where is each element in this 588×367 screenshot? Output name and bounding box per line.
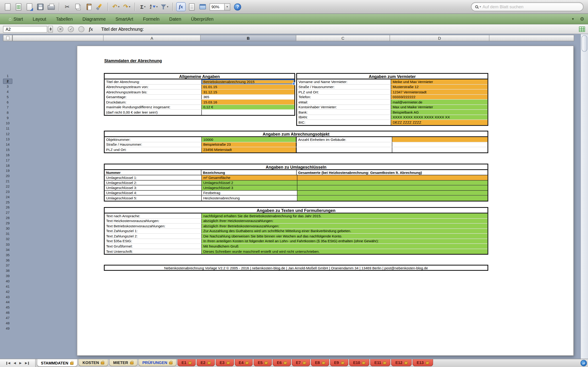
row-header-47[interactable]: 47 <box>3 315 12 321</box>
paste-icon[interactable] <box>84 2 93 12</box>
sheet-tab-e4[interactable]: E4 <box>234 359 253 366</box>
cell[interactable]: Max und Maike Vermieter <box>391 105 488 109</box>
cell[interactable] <box>297 195 488 200</box>
cut-icon[interactable]: ✂ <box>63 2 72 12</box>
cell[interactable] <box>297 185 488 190</box>
formula-content[interactable]: Titel der Abrechnung: <box>101 26 577 32</box>
format-painter-icon[interactable] <box>95 2 104 12</box>
row-header-2[interactable]: 2 <box>3 79 12 84</box>
search-input[interactable] <box>482 5 579 9</box>
row-header-31[interactable]: 31 <box>3 231 12 236</box>
cell[interactable]: Beispielbank AG <box>391 110 488 114</box>
row-header-5[interactable]: 5 <box>3 94 12 100</box>
ribbon-tab-tabellen[interactable]: Tabellen <box>51 14 78 24</box>
row-header-49[interactable]: 49 <box>3 326 12 331</box>
cell[interactable]: BIC: <box>297 120 391 125</box>
sheet-tab-e9[interactable]: E9 <box>330 359 348 366</box>
cell[interactable]: Objektnummer: <box>105 137 202 142</box>
search-scope-dropdown-icon[interactable]: ▾ <box>480 5 481 8</box>
cell[interactable]: Beispielstraße 23 <box>202 142 296 147</box>
scrollbar-thumb[interactable] <box>582 35 587 52</box>
cell[interactable]: 365 <box>202 94 294 99</box>
sheet-tab-e13[interactable]: E13 <box>413 359 433 366</box>
cell[interactable]: Heizkostenabrechnung <box>202 195 297 200</box>
cell[interactable]: IBAN: <box>297 115 391 119</box>
cell[interactable]: Text Betriebskostenvorauszahlungen: <box>105 224 202 228</box>
row-header-37[interactable]: 37 <box>3 263 12 268</box>
cell[interactable] <box>202 110 294 115</box>
cell[interactable]: Anzahl Einheiten im Gebäude: <box>296 137 392 142</box>
media-browser-icon[interactable] <box>198 2 207 12</box>
ribbon-collapse-icon[interactable]: ▾ <box>572 17 574 21</box>
gear-icon[interactable]: ⚙ <box>580 16 584 22</box>
row-header-9[interactable]: 9 <box>3 115 12 121</box>
cell[interactable]: m² Gesamtfläche <box>202 175 297 180</box>
sheet-tab-e5[interactable]: E5 <box>254 359 272 366</box>
sheet-tab-e8[interactable]: E8 <box>311 359 329 366</box>
row-header-25[interactable]: 25 <box>3 200 12 205</box>
cell[interactable]: 03333/222222 <box>391 94 488 99</box>
cell[interactable]: Abrechnungszeitraum von: <box>105 84 202 89</box>
row-header-40[interactable]: 40 <box>3 278 12 284</box>
cell[interactable] <box>297 175 488 180</box>
cell[interactable]: Umlageschlüssel 2 <box>202 180 297 185</box>
sheet-tab-e1[interactable]: E1 <box>177 359 196 366</box>
ribbon-tab-formeln[interactable]: Formeln <box>138 14 164 24</box>
column-header-c[interactable]: C <box>296 35 390 41</box>
cell[interactable]: Meike und Max Vermieter <box>391 79 488 84</box>
row-header-7[interactable]: 7 <box>3 105 12 110</box>
row-header-20[interactable]: 20 <box>3 173 12 179</box>
row-header-27[interactable]: 27 <box>3 210 12 215</box>
cell[interactable]: Die Nachzahlung überweisen Sie bitte bin… <box>202 234 487 238</box>
cell[interactable]: Umlageschlüssel 2: <box>105 180 202 185</box>
row-header-38[interactable]: 38 <box>3 268 12 273</box>
cell[interactable]: mail@vermieter.de <box>391 100 488 104</box>
cell[interactable]: Umlageschlüssel 3 <box>202 185 297 190</box>
cell[interactable]: 23456 Mieterstadt <box>202 147 296 152</box>
sheet-title-cell[interactable]: Stammdaten der Abrechnung <box>104 58 162 63</box>
cell[interactable]: 15.03.16 <box>202 100 294 104</box>
print-icon[interactable] <box>46 2 55 12</box>
row-header-11[interactable]: 11 <box>3 126 12 131</box>
cell-reference-stepper[interactable] <box>48 26 53 32</box>
cell[interactable]: PLZ und Ort: <box>297 90 391 94</box>
ribbon-tab--berpr-fen[interactable]: Überprüfen <box>186 14 218 24</box>
new-workbook-icon[interactable] <box>3 2 12 12</box>
row-header-12[interactable]: 12 <box>3 131 12 136</box>
zoom-select[interactable]: 90% ▾ <box>209 3 230 10</box>
row-header-48[interactable]: 48 <box>3 321 12 326</box>
row-header-24[interactable]: 24 <box>3 194 12 200</box>
cell[interactable]: Musterstraße 12 <box>391 84 488 89</box>
cell[interactable]: 0,12 € <box>202 105 294 109</box>
cell-reference-box[interactable]: A2 <box>3 26 47 32</box>
row-header-44[interactable]: 44 <box>3 300 12 305</box>
row-header-39[interactable]: 39 <box>3 273 12 278</box>
sheet-tab-e6[interactable]: E6 <box>273 359 291 366</box>
cell[interactable]: Straße / Hausnummer: <box>105 142 202 147</box>
view-switcher-button[interactable]: ⇄ <box>580 360 587 366</box>
cell[interactable]: In Ihren anteiligen Kosten ist folgender… <box>202 239 487 243</box>
cell[interactable]: eMail: <box>297 100 391 104</box>
sheet-grid-icon[interactable] <box>579 26 585 32</box>
zoom-dropdown-icon[interactable]: ▾ <box>224 3 230 10</box>
cell[interactable]: Text Heizkostenvorauszahlungen: <box>105 219 202 223</box>
row-header-8[interactable]: 8 <box>3 110 12 116</box>
ribbon-tab-diagramme[interactable]: Diagramme <box>78 14 111 24</box>
enter-button[interactable]: ✓ <box>68 26 74 32</box>
cell[interactable]: 01.01.15 <box>202 84 294 89</box>
row-header-29[interactable]: 29 <box>3 221 12 226</box>
sheet-tab-e3[interactable]: E3 <box>216 359 234 366</box>
template-footer-cell[interactable]: Nebenkostenabrechnung Vorlage V2.2 © 200… <box>104 265 488 271</box>
row-header-13[interactable]: 13 <box>3 136 12 142</box>
row-header-21[interactable]: 21 <box>3 179 12 184</box>
row-header-41[interactable]: 41 <box>3 284 12 289</box>
ribbon-tab-layout[interactable]: Layout <box>28 14 51 24</box>
cell[interactable]: Festbetrag <box>202 190 297 195</box>
save-icon[interactable] <box>36 2 44 12</box>
sort-button[interactable]: AZ▾ <box>149 2 158 12</box>
row-header-15[interactable]: 15 <box>3 147 12 152</box>
cell[interactable] <box>392 137 488 142</box>
sheet-tab-mieter[interactable]: MIETER <box>109 359 138 366</box>
cell[interactable]: Text Unterschrift: <box>105 249 202 254</box>
ribbon-tab-start[interactable]: ⌂Start <box>4 14 28 24</box>
